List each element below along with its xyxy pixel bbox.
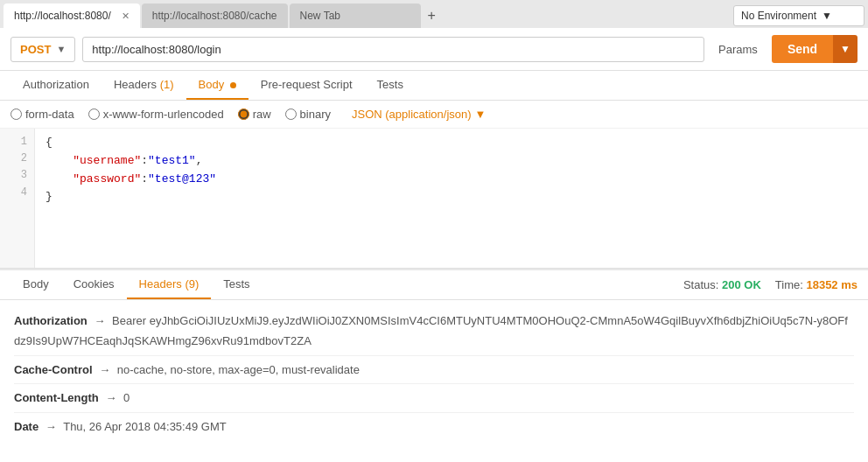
code-line-3: "password":"test@123" [46,171,858,189]
divider-3 [14,412,854,413]
res-header-val-content-length: 0 [123,391,130,404]
res-header-row-authorization: Authorization → Bearer eyJhbGciOiJIUzUxM… [14,311,854,352]
res-tab-headers[interactable]: Headers (9) [127,270,212,299]
send-dropdown-button[interactable]: ▼ [833,35,858,63]
res-arrow-2: → [105,391,116,404]
browser-tab-2[interactable]: http://localhost:8080/cache [142,4,288,28]
urlencoded-label: x-www-form-urlencoded [103,108,224,121]
tab-headers-count: (1) [160,78,174,91]
tab3-label: New Tab [300,10,340,22]
line-num-2: 2 [7,150,27,167]
browser-tab-3[interactable]: New Tab [290,4,421,28]
res-arrow-1: → [99,363,110,376]
code-line-4: } [46,188,858,206]
body-options-row: form-data x-www-form-urlencoded raw bina… [0,101,868,129]
time-label-text: Time: [775,278,803,291]
raw-option[interactable]: raw [238,108,271,121]
status-label-text: Status: [683,278,718,291]
new-tab-button[interactable]: + [423,8,441,24]
line-num-3: 3 [7,167,27,184]
res-header-val-date: Thu, 26 Apr 2018 04:35:49 GMT [63,420,226,433]
json-type-chevron-icon: ▼ [475,108,486,121]
code-content[interactable]: { "username":"test1", "password":"test@1… [35,129,868,268]
tab-prerequest-label: Pre-request Script [261,78,353,91]
env-label: No Environment [741,10,816,22]
res-header-row-cache-control: Cache-Control → no-cache, no-store, max-… [14,360,854,380]
res-header-val-authorization: Bearer eyJhbGciOiJIUzUxMiJ9.eyJzdWIiOiJ0… [14,314,848,347]
form-data-label: form-data [25,108,74,121]
request-tabs: Authorization Headers (1) Body Pre-reque… [0,71,868,101]
binary-radio[interactable] [285,108,297,120]
code-line-2: "username":"test1", [46,152,858,171]
res-header-row-content-length: Content-Length → 0 [14,388,854,408]
res-tab-tests-label: Tests [223,277,249,290]
browser-tabs-bar: http://localhost:8080/ ✕ http://localhos… [0,0,868,28]
res-header-key-cache-control: Cache-Control [14,363,93,376]
method-chevron-icon: ▼ [56,44,66,54]
tab-body[interactable]: Body [186,71,248,100]
body-dot-indicator [230,82,236,88]
binary-option[interactable]: binary [285,108,331,121]
res-tab-body-label: Body [23,277,49,290]
code-line-1: { [46,134,858,152]
line-num-1: 1 [7,134,27,150]
response-tabs-row: Body Cookies Headers (9) Tests Status: 2… [0,270,868,300]
status-label: Status: 200 OK [683,278,761,291]
tab2-label: http://localhost:8080/cache [152,10,277,22]
raw-label: raw [253,108,271,121]
send-btn-container: Send ▼ [772,35,858,63]
code-editor[interactable]: 1 2 3 4 { "username":"test1", "password"… [0,129,868,269]
time-label: Time: 18352 ms [775,278,858,291]
tab1-close-icon[interactable]: ✕ [122,10,130,22]
divider-1 [14,355,854,356]
binary-label: binary [300,108,331,121]
time-value: 18352 ms [806,278,858,291]
res-header-val-cache-control: no-cache, no-store, max-age=0, must-reva… [117,363,360,376]
tab-authorization[interactable]: Authorization [10,71,102,100]
divider-2 [14,383,854,384]
environment-selector[interactable]: No Environment ▼ [733,5,864,26]
res-header-key-content-length: Content-Length [14,391,99,404]
tab-prerequest[interactable]: Pre-request Script [248,71,365,100]
res-tab-cookies-label: Cookies [74,277,115,290]
res-tab-headers-count: (9) [185,277,199,290]
tab-authorization-label: Authorization [23,78,89,91]
params-button[interactable]: Params [711,38,765,61]
res-tab-cookies[interactable]: Cookies [61,270,127,299]
url-input[interactable] [82,37,704,62]
json-type-selector[interactable]: JSON (application/json) ▼ [352,108,486,121]
json-type-label: JSON (application/json) [352,108,472,121]
res-header-key-date: Date [14,420,38,433]
line-numbers: 1 2 3 4 [0,129,35,268]
status-code: 200 OK [722,278,761,291]
raw-radio[interactable] [238,108,249,120]
method-button[interactable]: POST ▼ [10,37,75,62]
tab-body-label: Body [199,78,225,91]
method-label: POST [20,43,51,56]
url-bar-row: POST ▼ Params Send ▼ [0,28,868,71]
response-section: Body Cookies Headers (9) Tests Status: 2… [0,269,868,451]
browser-tab-1[interactable]: http://localhost:8080/ ✕ [4,4,140,28]
tab-headers[interactable]: Headers (1) [102,71,186,100]
res-arrow-3: → [46,420,57,433]
res-tab-headers-label: Headers [139,277,182,290]
line-num-4: 4 [7,185,27,201]
res-header-key-authorization: Authorization [14,314,88,327]
response-headers-body: Authorization → Bearer eyJhbGciOiJIUzUxM… [0,300,868,451]
env-chevron-icon: ▼ [822,10,832,22]
tab1-label: http://localhost:8080/ [14,10,111,22]
tab-headers-label: Headers [114,78,157,91]
urlencoded-radio[interactable] [88,108,100,120]
res-arrow-0: → [94,314,105,327]
urlencoded-option[interactable]: x-www-form-urlencoded [88,108,224,121]
form-data-radio[interactable] [10,108,22,120]
res-header-row-date: Date → Thu, 26 Apr 2018 04:35:49 GMT [14,416,854,437]
res-tab-body[interactable]: Body [10,270,61,299]
res-tab-tests[interactable]: Tests [211,270,262,299]
status-info: Status: 200 OK Time: 18352 ms [683,278,858,291]
form-data-option[interactable]: form-data [10,108,74,121]
tab-tests-label: Tests [377,78,403,91]
tab-tests[interactable]: Tests [365,71,416,100]
send-button[interactable]: Send [772,35,833,63]
